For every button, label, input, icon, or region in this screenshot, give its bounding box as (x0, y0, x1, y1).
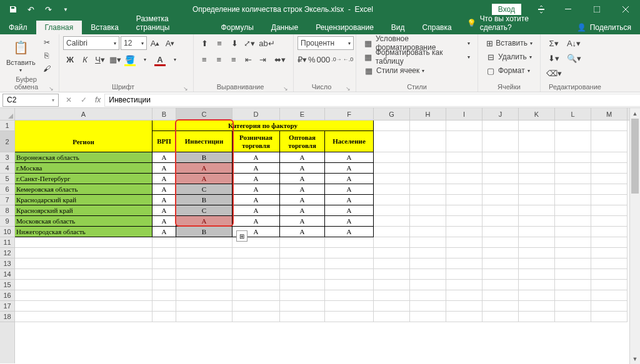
tab-file[interactable]: Файл (0, 21, 36, 34)
cell-K2[interactable] (519, 131, 555, 152)
row-header-2[interactable]: 2 (0, 131, 14, 152)
cell-H17[interactable] (410, 301, 446, 312)
cell-J18[interactable] (482, 312, 519, 322)
cell-J13[interactable] (482, 258, 519, 269)
cell-region-1[interactable]: г.Москва (15, 163, 152, 174)
merge-button[interactable]: ⬌▾ (271, 52, 289, 66)
cell-data-4-0[interactable]: A (152, 195, 176, 205)
cell-I9[interactable] (446, 216, 482, 227)
cell-H8[interactable] (410, 205, 446, 216)
cell-data-6-2[interactable]: A (232, 216, 280, 227)
cell-K5[interactable] (519, 174, 555, 184)
cell-J14[interactable] (482, 269, 519, 280)
copy-button[interactable]: ⎘ (41, 49, 53, 62)
cell-A18[interactable] (15, 312, 152, 322)
cell-G9[interactable] (374, 216, 410, 227)
undo-icon[interactable]: ↶ (22, 1, 39, 17)
enter-formula-button[interactable]: ✓ (76, 94, 91, 107)
cell-A14[interactable] (15, 269, 152, 280)
cell-data-1-0[interactable]: A (152, 163, 176, 174)
cell-K1[interactable] (519, 121, 555, 131)
currency-button[interactable]: ₽▾ (298, 52, 307, 66)
cell-L1[interactable] (555, 121, 591, 131)
cell-F12[interactable] (325, 248, 374, 258)
cell-data-1-2[interactable]: A (232, 163, 280, 174)
cell-J6[interactable] (482, 184, 519, 195)
cell-M1[interactable] (591, 121, 628, 131)
cell-H9[interactable] (410, 216, 446, 227)
cell-A15[interactable] (15, 280, 152, 290)
cell-K18[interactable] (519, 312, 555, 322)
cell-region-6[interactable]: Московская область (15, 216, 152, 227)
tellme-search[interactable]: 💡Что вы хотите сделать? (461, 12, 568, 34)
tab-view[interactable]: Вид (382, 21, 414, 34)
cell-L10[interactable] (555, 227, 591, 237)
cell-L14[interactable] (555, 269, 591, 280)
cell-K11[interactable] (519, 237, 555, 248)
maximize-button[interactable] (582, 0, 611, 19)
align-top-button[interactable]: ⬆ (198, 36, 211, 50)
cell-H11[interactable] (410, 237, 446, 248)
cell-G2[interactable] (374, 131, 410, 152)
save-icon[interactable] (5, 1, 21, 17)
cell-data-5-4[interactable]: A (325, 205, 374, 216)
col-header-C[interactable]: C (176, 108, 232, 120)
cell-F13[interactable] (325, 258, 374, 269)
cell-G8[interactable] (374, 205, 410, 216)
align-middle-button[interactable]: ≡ (212, 36, 226, 50)
cell-I6[interactable] (446, 184, 482, 195)
format-table-button[interactable]: ▦Форматировать как таблицу▾ (360, 50, 474, 64)
cell-M9[interactable] (591, 216, 628, 227)
row-header-8[interactable]: 8 (0, 205, 14, 216)
cell-K16[interactable] (519, 290, 555, 301)
fx-icon[interactable]: fx (91, 96, 104, 104)
row-header-11[interactable]: 11 (0, 237, 14, 248)
cell-data-3-2[interactable]: A (232, 184, 280, 195)
cell-H13[interactable] (410, 258, 446, 269)
bold-button[interactable]: Ж (63, 52, 77, 66)
col-header-A[interactable]: A (15, 108, 152, 120)
cell-G6[interactable] (374, 184, 410, 195)
cell-M15[interactable] (591, 280, 628, 290)
scroll-down-icon[interactable]: ▼ (630, 353, 640, 364)
cell-data-4-1[interactable]: B (176, 195, 232, 205)
cell-J11[interactable] (482, 237, 519, 248)
cell-F16[interactable] (325, 290, 374, 301)
cell-data-5-3[interactable]: A (280, 205, 325, 216)
cell-C12[interactable] (176, 248, 232, 258)
cell-L18[interactable] (555, 312, 591, 322)
cell-K13[interactable] (519, 258, 555, 269)
cell-J8[interactable] (482, 205, 519, 216)
cell-J2[interactable] (482, 131, 519, 152)
cell-C13[interactable] (176, 258, 232, 269)
cell-I17[interactable] (446, 301, 482, 312)
cell-data-5-0[interactable]: A (152, 205, 176, 216)
cell-M17[interactable] (591, 301, 628, 312)
cell-H4[interactable] (410, 163, 446, 174)
cell-H7[interactable] (410, 195, 446, 205)
cell-G7[interactable] (374, 195, 410, 205)
cell-G12[interactable] (374, 248, 410, 258)
cell-M6[interactable] (591, 184, 628, 195)
cell-F18[interactable] (325, 312, 374, 322)
cell-data-4-4[interactable]: A (325, 195, 374, 205)
cell-A1[interactable] (15, 121, 152, 131)
indent-inc-button[interactable]: ⇥ (256, 52, 270, 66)
cell-header-0[interactable]: ВРП (152, 131, 176, 152)
col-header-K[interactable]: K (519, 108, 555, 120)
cell-C18[interactable] (176, 312, 232, 322)
cell-M3[interactable] (591, 152, 628, 163)
qat-dropdown-icon[interactable]: ▼ (58, 1, 74, 17)
cell-data-6-4[interactable]: A (325, 216, 374, 227)
cell-region-3[interactable]: Кемеровская область (15, 184, 152, 195)
cell-C16[interactable] (176, 290, 232, 301)
col-header-D[interactable]: D (232, 108, 280, 120)
cell-M4[interactable] (591, 163, 628, 174)
cell-M8[interactable] (591, 205, 628, 216)
cell-I8[interactable] (446, 205, 482, 216)
cell-B16[interactable] (152, 290, 176, 301)
cell-G13[interactable] (374, 258, 410, 269)
row-header-5[interactable]: 5 (0, 174, 14, 184)
cell-header-1[interactable]: Инвестиции (176, 131, 232, 152)
clipboard-launcher[interactable]: ↘ (49, 86, 55, 92)
